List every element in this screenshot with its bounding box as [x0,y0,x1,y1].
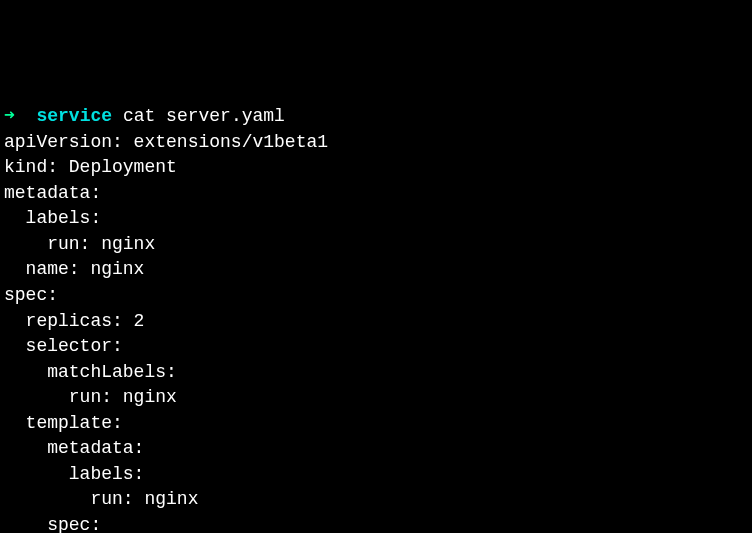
file-line: template: [4,413,123,433]
file-line: selector: [4,336,123,356]
file-line: spec: [4,515,101,533]
file-line: labels: [4,208,101,228]
file-line: metadata: [4,438,144,458]
terminal-window[interactable]: ➜ service cat server.yaml apiVersion: ex… [4,104,748,533]
prompt-directory: service [36,106,112,126]
prompt-line: ➜ service cat server.yaml [4,106,285,126]
command-text: cat server.yaml [123,106,285,126]
file-line: kind: Deployment [4,157,177,177]
file-line: metadata: [4,183,101,203]
file-line: matchLabels: [4,362,177,382]
file-line: run: nginx [4,387,177,407]
file-line: labels: [4,464,144,484]
file-line: run: nginx [4,234,155,254]
prompt-arrow-icon: ➜ [4,106,15,126]
file-line: spec: [4,285,58,305]
file-line: name: nginx [4,259,144,279]
file-line: apiVersion: extensions/v1beta1 [4,132,328,152]
file-line: run: nginx [4,489,198,509]
file-line: replicas: 2 [4,311,144,331]
